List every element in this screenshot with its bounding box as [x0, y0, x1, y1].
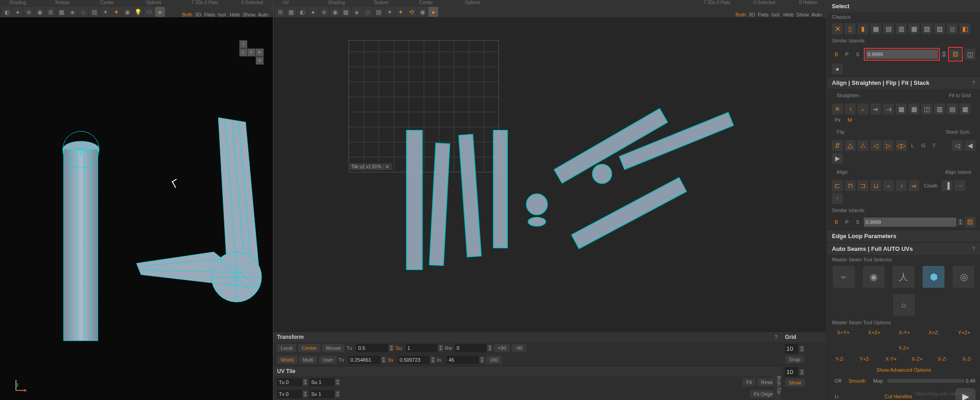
center-icon-1[interactable]: ✦	[100, 7, 110, 17]
center-icon-2[interactable]: ✦	[111, 7, 121, 17]
uv-ico-5[interactable]: ⊕	[319, 7, 329, 17]
in-input[interactable]	[447, 356, 479, 364]
fit-ico-6[interactable]: ▦	[959, 104, 970, 114]
uv-ico-1[interactable]: ⊞	[275, 7, 285, 17]
straighten-ico-4[interactable]: ⫤	[870, 104, 881, 114]
similar-ico-3[interactable]: ●	[832, 63, 843, 74]
uv-ico-4[interactable]: ●	[308, 7, 318, 17]
uv-ico-12[interactable]: ✦	[395, 7, 405, 17]
align-similar-input[interactable]	[864, 218, 956, 227]
opt-icon-2[interactable]: 💡	[133, 7, 143, 17]
sel-ico-1[interactable]: ▯	[845, 23, 856, 34]
flip-ico-6[interactable]: ◁▷	[896, 140, 907, 151]
sv-input[interactable]	[398, 356, 430, 364]
uv-ico-15[interactable]: ●	[428, 7, 438, 17]
straighten-ico-3[interactable]: ⫠	[857, 104, 868, 114]
align-ico-7[interactable]: ⫤	[908, 180, 919, 191]
mode-show[interactable]: Show	[243, 12, 256, 17]
similar-value-input[interactable]	[866, 50, 938, 59]
sel-ico-4[interactable]: ▤	[883, 23, 894, 34]
mode-both[interactable]: Both	[182, 12, 192, 17]
fit-ico-2[interactable]: ▦	[908, 104, 919, 114]
seam-tool-2[interactable]: ◉	[863, 266, 885, 288]
show-advanced[interactable]: Show Advanced Options	[874, 366, 934, 374]
su-input[interactable]	[405, 344, 437, 352]
similar-ico-2[interactable]: ◫	[965, 49, 975, 60]
shading-icon-3[interactable]: ⊕	[24, 7, 34, 17]
axis-widget-3d[interactable]: z x	[9, 373, 27, 391]
cut-handles[interactable]: Cut Handles	[882, 393, 915, 400]
seam-tool-6[interactable]: ○	[893, 294, 915, 316]
sel-ico-6[interactable]: ▦	[908, 23, 919, 34]
nav-cube[interactable]: T LFR B	[239, 40, 264, 65]
shading-icon-2[interactable]: ●	[13, 7, 23, 17]
opt-icon-3[interactable]: ⬭	[144, 7, 154, 17]
similar-spinner[interactable]: ▲▼	[942, 51, 946, 57]
sel-ico-9[interactable]: ▩	[947, 23, 958, 34]
mode-3d[interactable]: 3D	[195, 12, 201, 17]
sel-ico-5[interactable]: ▥	[896, 23, 907, 34]
shading-icon-5[interactable]: ⊞	[46, 7, 56, 17]
uv-ico-6[interactable]: ◉	[330, 7, 340, 17]
sel-ico-7[interactable]: ▧	[921, 23, 932, 34]
seam-tool-1[interactable]: ⫟	[833, 266, 855, 288]
opt-icon-1[interactable]: ◉	[122, 7, 132, 17]
tu-input[interactable]	[356, 344, 388, 352]
align-similar-action[interactable]: ⚄	[965, 217, 975, 228]
canvas-3d[interactable]: T LFR B	[0, 17, 273, 400]
sel-ico-10[interactable]: ◧	[959, 23, 970, 34]
uv-ico-13[interactable]: ⟲	[406, 7, 416, 17]
crush-ico-1[interactable]: ▐	[942, 180, 953, 191]
uv-ico-9[interactable]: ◇	[363, 7, 373, 17]
fit-ico-3[interactable]: ◫	[921, 104, 932, 114]
align-ico-1[interactable]: ⊏	[832, 180, 843, 191]
sel-ico-8[interactable]: ▨	[934, 23, 945, 34]
align-ico-4[interactable]: ⊔	[870, 180, 881, 191]
tex-icon-4[interactable]: ▨	[89, 7, 99, 17]
crush-ico-2[interactable]: →	[954, 180, 965, 191]
seam-tool-5[interactable]: ◎	[953, 266, 975, 288]
deselect-icon[interactable]: ✕	[832, 23, 843, 34]
stack-ico-3[interactable]: ▶	[832, 153, 843, 164]
uvtile-tu[interactable]	[277, 378, 302, 386]
stack-ico-2[interactable]: ◀	[965, 140, 975, 151]
uv-ico-11[interactable]: ✦	[385, 7, 395, 17]
seam-tool-3[interactable]: 人	[893, 266, 914, 288]
align-ico-2[interactable]: ⊓	[845, 180, 856, 191]
flip-ico-5[interactable]: ▷	[883, 140, 894, 151]
multi-tile-tab[interactable]: Multi-Tile	[773, 366, 781, 400]
mode-isol[interactable]: Isol.	[218, 12, 227, 17]
uv-ico-2[interactable]: ▦	[286, 7, 296, 17]
tex-icon-2[interactable]: ◈	[67, 7, 77, 17]
uv-ico-8[interactable]: ◈	[352, 7, 362, 17]
fit-ico-5[interactable]: ▤	[947, 104, 958, 114]
viewport-3d[interactable]: Shading Texture Center Options 7 3Ds 0 F…	[0, 0, 273, 400]
mode-hide[interactable]: Hide	[230, 12, 240, 17]
flip-ico-3[interactable]: ⧊	[857, 140, 868, 151]
uvtile-sv[interactable]	[309, 390, 334, 398]
uv-ico-14[interactable]: ◉	[417, 7, 427, 17]
straighten-ico-5[interactable]: ⫣	[883, 104, 894, 114]
uvtile-su[interactable]	[309, 378, 334, 386]
straighten-ico-1[interactable]: ✕	[832, 104, 843, 114]
fit-ico-4[interactable]: ▥	[934, 104, 945, 114]
sel-ico-3[interactable]: ▦	[870, 23, 881, 34]
grid-val2[interactable]	[785, 367, 798, 377]
fit-ico-1[interactable]: ▦	[896, 104, 907, 114]
uv-ico-3[interactable]: ◐	[297, 7, 307, 17]
mode-auto[interactable]: Auto	[258, 12, 268, 17]
flip-ico-4[interactable]: ◁	[870, 140, 881, 151]
seam-tool-4[interactable]: ⬢	[923, 266, 944, 288]
shading-icon-1[interactable]: ◐	[2, 7, 12, 17]
align-ico-6[interactable]: ⫞	[896, 180, 907, 191]
crush-ico-3[interactable]: ↑	[832, 193, 843, 204]
uvtile-tv[interactable]	[277, 390, 302, 398]
straighten-ico-2[interactable]: ⫞	[845, 104, 856, 114]
sel-ico-2[interactable]: ▮	[857, 23, 868, 34]
opt-icon-4[interactable]: ●	[155, 7, 165, 17]
flip-ico-1[interactable]: ⇵	[832, 140, 843, 151]
align-ico-3[interactable]: ⊐	[857, 180, 868, 191]
shading-icon-4[interactable]: ◉	[35, 7, 45, 17]
stack-ico-1[interactable]: ◁	[952, 140, 963, 151]
grid-val1[interactable]	[785, 344, 798, 353]
